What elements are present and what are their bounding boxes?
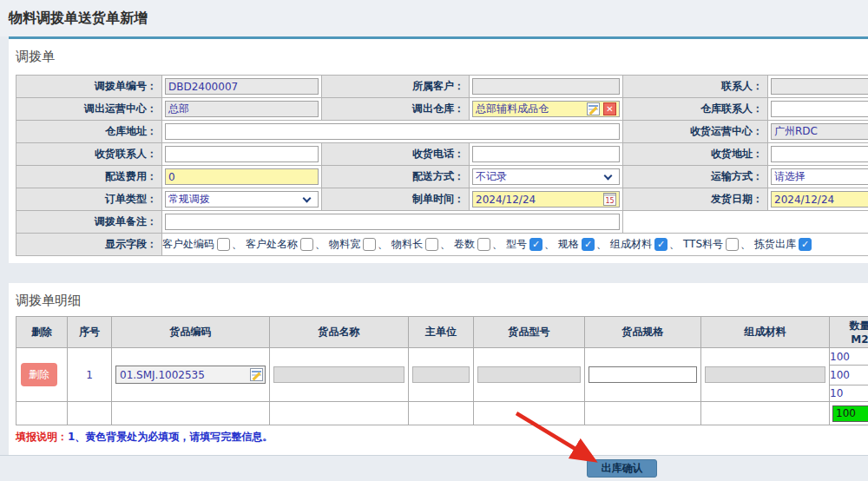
col-header-name: 货品名称 [270, 317, 409, 348]
summary-row: 100 [16, 402, 868, 425]
warehouse-lookup-icon[interactable] [587, 102, 600, 115]
display-field-label: 客户处名称 [246, 238, 298, 250]
ship-date-field[interactable]: 2024/12/2415 [771, 191, 868, 208]
out-warehouse-field[interactable]: 总部辅料成品仓 ✕ [472, 101, 620, 117]
label-recv-center: 收货运营中心： [623, 121, 768, 143]
remark-filler-cell [623, 211, 868, 234]
table-row: 删除 1 01.SMJ.1002535 100 [16, 348, 868, 366]
col-header-code: 货品编码 [112, 317, 270, 348]
display-field-separator: 、 [440, 238, 450, 250]
display-field-checkbox[interactable] [726, 238, 739, 251]
qty-value-1: 100 [830, 348, 868, 366]
recv-address-field[interactable] [771, 146, 868, 162]
display-field-label: TTS料号 [683, 238, 723, 250]
item-code-field[interactable]: 01.SMJ.1002535 [115, 366, 266, 384]
transfer-form: 调拨单编号： DBD2400007 所属客户： 联系人： 调出运营中心： 总部 … [16, 75, 868, 256]
create-time-field[interactable]: 2024/12/2415 [472, 191, 620, 208]
item-spec-field[interactable] [589, 366, 697, 383]
label-order-no: 调拨单编号： [16, 76, 162, 98]
display-field-label: 卷数 [454, 238, 475, 250]
recv-center-field[interactable]: 广州RDC [771, 123, 868, 140]
calendar-icon[interactable]: 15 [603, 193, 616, 206]
contact-field[interactable] [771, 78, 868, 95]
customer-field[interactable] [472, 78, 620, 95]
detail-table: 删除 序号 货品编码 货品名称 主单位 货品型号 货品规格 组成材料 数量M2 … [16, 316, 868, 425]
col-header-spec: 货品规格 [585, 317, 701, 348]
display-field-label: 组成材料 [610, 238, 652, 250]
detail-section-title: 调拨单明细 [16, 293, 81, 309]
label-recv-phone: 收货电话： [322, 143, 470, 166]
qty-value-3: 10 [830, 385, 868, 402]
display-field-label: 物料宽 [329, 238, 360, 250]
display-field-checkbox[interactable]: ✓ [529, 238, 542, 251]
title-bar: 物料调拨单送货单新增 [0, 0, 868, 36]
warehouse-address-field[interactable] [165, 123, 620, 140]
display-field-checkbox[interactable]: ✓ [799, 238, 812, 251]
item-material-field [705, 366, 825, 383]
section-divider [0, 263, 868, 283]
display-field-separator: 、 [596, 238, 607, 250]
page-title: 物料调拨单送货单新增 [9, 10, 148, 28]
label-display-fields: 显示字段： [16, 234, 162, 256]
note-label: 填报说明： [16, 431, 68, 443]
qty-value-2: 100 [830, 366, 868, 385]
item-unit-field [412, 366, 470, 383]
warehouse-clear-icon[interactable]: ✕ [603, 102, 616, 115]
label-create-time: 制单时间： [322, 188, 470, 211]
item-model-field [477, 366, 581, 383]
display-field-checkbox[interactable] [363, 238, 376, 251]
display-field-label: 型号 [506, 238, 527, 250]
label-out-center: 调出运营中心： [16, 98, 162, 121]
remark-field[interactable] [165, 214, 620, 230]
display-field-label: 规格 [558, 238, 579, 250]
label-ship-date: 发货日期： [623, 188, 768, 211]
transfer-qty-input[interactable]: 100 [832, 405, 868, 422]
display-field-checkbox[interactable] [217, 238, 230, 251]
display-field-checkbox[interactable]: ✓ [654, 238, 667, 251]
label-delivery-fee: 配送费用： [16, 166, 162, 188]
col-header-delete: 删除 [16, 317, 68, 348]
display-field-checkbox[interactable] [477, 238, 490, 251]
delivery-mode-select[interactable]: 不记录 [472, 168, 620, 185]
order-no-field[interactable]: DBD2400007 [165, 78, 319, 95]
col-header-seq: 序号 [68, 317, 112, 348]
delivery-fee-field[interactable]: 0 [165, 168, 319, 185]
display-field-label: 客户处编码 [162, 238, 214, 250]
label-order-type: 订单类型： [16, 188, 162, 211]
col-header-unit: 主单位 [409, 317, 474, 348]
row-seq: 1 [68, 348, 112, 402]
label-out-warehouse: 调出仓库： [322, 98, 470, 121]
display-field-checkbox[interactable]: ✓ [582, 238, 595, 251]
chevron-down-icon [303, 194, 312, 202]
recv-contact-field[interactable] [165, 146, 319, 162]
display-field-separator: 、 [740, 238, 751, 250]
label-warehouse-address: 仓库地址： [16, 121, 162, 143]
warehouse-contact-field[interactable] [771, 101, 868, 117]
outbound-confirm-button[interactable]: 出库确认 [587, 459, 657, 478]
display-field-separator: 、 [492, 238, 503, 250]
item-lookup-icon[interactable] [250, 368, 263, 381]
label-contact: 联系人： [623, 76, 768, 98]
display-field-separator: 、 [378, 238, 388, 250]
transfer-section-title: 调拨单 [16, 49, 55, 65]
delete-row-button[interactable]: 删除 [21, 363, 57, 386]
display-field-separator: 、 [315, 238, 326, 250]
col-header-qty: 数量M2 [830, 317, 868, 348]
transport-mode-select[interactable]: 请选择 [771, 168, 868, 185]
display-field-label: 物料长 [391, 238, 423, 250]
note-text: 1、黄色背景处为必填项，请填写完整信息。 [68, 431, 273, 443]
display-field-checkbox[interactable] [425, 238, 438, 251]
display-fields-list: 客户处编码、客户处名称、物料宽、物料长、卷数、型号✓、规格✓、组成材料✓、TTS… [162, 234, 868, 256]
item-name-field [273, 366, 404, 383]
col-header-model: 货品型号 [474, 317, 585, 348]
out-center-field[interactable]: 总部 [165, 101, 319, 117]
recv-phone-field[interactable] [472, 146, 620, 162]
chevron-down-icon [604, 171, 613, 180]
fill-instructions: 填报说明：1、黄色背景处为必填项，请填写完整信息。 [16, 430, 273, 445]
label-transport-mode: 运输方式： [623, 166, 768, 188]
order-type-select[interactable]: 常规调拨 [165, 191, 319, 208]
label-customer: 所属客户： [322, 76, 470, 98]
display-field-separator: 、 [544, 238, 555, 250]
label-delivery-mode: 配送方式： [322, 166, 470, 188]
display-field-checkbox[interactable] [300, 238, 313, 251]
